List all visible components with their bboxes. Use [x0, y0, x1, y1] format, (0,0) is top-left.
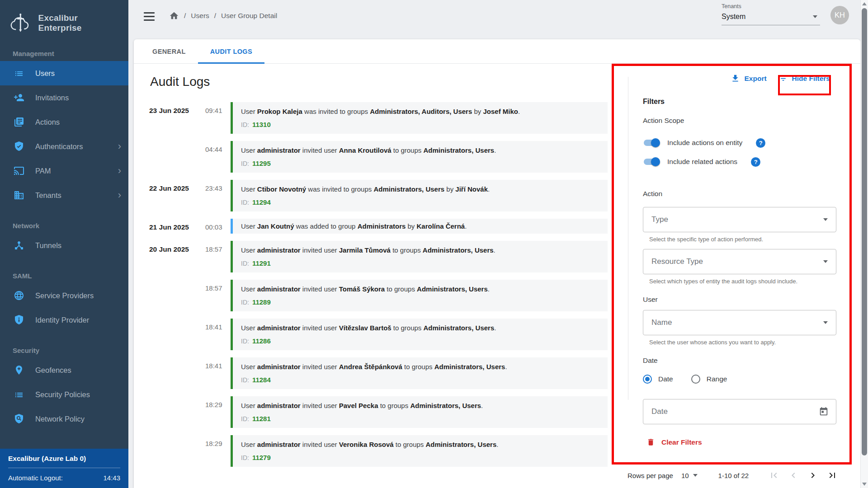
log-time: 09:41 — [205, 102, 231, 134]
chevron-down-icon — [823, 218, 828, 221]
help-icon[interactable]: ? — [756, 138, 765, 148]
clear-filters-button[interactable]: Clear Filters — [643, 438, 836, 446]
log-date — [149, 435, 205, 467]
log-row: 18:41User administrator invited user And… — [149, 357, 608, 389]
sidebar-item-label: Network Policy — [35, 415, 85, 423]
log-time: 18:29 — [205, 435, 231, 467]
log-entry: User administrator invited user Pavel Pe… — [231, 396, 608, 428]
rows-per-page-label: Rows per page — [627, 472, 673, 479]
tab-general[interactable]: GENERAL — [140, 39, 198, 63]
sidebar-item-actions[interactable]: Actions — [0, 110, 128, 134]
action-type-helper: Select the specific type of action perfo… — [643, 236, 836, 243]
tab-audit-logs[interactable]: AUDIT LOGS — [198, 39, 264, 63]
sidebar-item-identity-provider[interactable]: Identity Provider — [0, 308, 128, 332]
log-row: 20 Jun 202518:57User administrator invit… — [149, 241, 608, 272]
sidebar-section-label: Management — [13, 50, 128, 57]
sidebar-item-invitations[interactable]: Invitations — [0, 85, 128, 110]
log-row: 04:44User administrator invited user Ann… — [149, 141, 608, 173]
sidebar-item-geofences[interactable]: Geofences — [0, 358, 128, 382]
log-message: User administrator invited user Pavel Pe… — [241, 402, 599, 409]
log-time: 18:29 — [205, 396, 231, 428]
calendar-icon[interactable] — [819, 407, 829, 417]
tenant-select[interactable]: Tenants System — [722, 3, 820, 25]
pagination: Rows per page 10 1-10 of 22 — [627, 470, 838, 481]
home-icon[interactable] — [169, 11, 179, 21]
rows-per-page-select[interactable]: 10 — [681, 472, 698, 479]
chevron-down-icon — [823, 321, 828, 324]
log-row: 18:41User administrator invited user Vít… — [149, 319, 608, 350]
shield-info-icon — [14, 314, 24, 325]
log-time: 18:41 — [205, 357, 231, 389]
log-time: 18:57 — [205, 241, 231, 272]
radio-date[interactable] — [643, 375, 652, 384]
cast-icon — [14, 165, 24, 176]
breadcrumb-current: User Group Detail — [221, 12, 277, 20]
audit-log-list: 23 Jun 202509:41User Prokop Kaleja was i… — [149, 102, 608, 474]
sidebar-item-pam[interactable]: PAM› — [0, 159, 128, 183]
log-message: User administrator invited user Jarmila … — [241, 246, 599, 254]
menu-icon[interactable] — [144, 12, 155, 21]
date-input[interactable]: Date — [643, 399, 836, 424]
log-id: ID:11291 — [241, 259, 599, 267]
log-time: 18:57 — [205, 280, 231, 311]
download-icon — [731, 74, 740, 83]
auto-logout-label: Automatic Logout: — [8, 474, 63, 482]
log-entry: User Prokop Kaleja was invited to groups… — [231, 102, 608, 134]
breadcrumb: / Users / User Group Detail — [169, 11, 277, 21]
sidebar-item-tenants[interactable]: Tenants› — [0, 183, 128, 207]
pin-plus-icon — [14, 365, 24, 375]
sidebar-item-users[interactable]: Users — [0, 61, 128, 85]
action-label: Action — [643, 190, 836, 198]
scroll-down-icon[interactable] — [862, 483, 867, 486]
log-entry: User administrator invited user Vítězsla… — [231, 319, 608, 350]
log-row: 18:29User administrator invited user Pav… — [149, 396, 608, 428]
sidebar-section-label: Network — [13, 222, 128, 230]
tab-bar: GENERAL AUDIT LOGS — [134, 39, 860, 64]
sidebar-item-service-providers[interactable]: Service Providers — [0, 283, 128, 308]
sidebar-item-security-policies[interactable]: Security Policies — [0, 382, 128, 407]
auto-logout-time: 14:43 — [103, 474, 120, 482]
chevron-down-icon — [823, 260, 828, 263]
previous-page-button[interactable] — [788, 470, 799, 481]
sidebar-item-tunnels[interactable]: Tunnels — [0, 233, 128, 258]
trash-icon — [646, 438, 655, 446]
user-name-select[interactable]: Name — [643, 310, 836, 335]
help-icon[interactable]: ? — [751, 157, 760, 167]
scrollbar-thumb[interactable] — [862, 8, 867, 455]
log-message: User Ctibor Novotný was invited to group… — [241, 185, 599, 193]
hide-filters-button[interactable]: Hide Filters — [778, 74, 830, 83]
toggle-include-actions-on-entity[interactable] — [643, 138, 660, 147]
sidebar-footer: Excalibur (Azure Lab 0) Automatic Logout… — [0, 449, 128, 488]
first-page-button[interactable] — [769, 470, 779, 481]
scrollbar[interactable] — [860, 0, 868, 488]
next-page-button[interactable] — [807, 470, 818, 481]
chevron-right-icon: › — [118, 141, 121, 151]
log-date: 20 Jun 2025 — [149, 241, 205, 272]
log-time: 00:03 — [205, 219, 231, 234]
radio-range[interactable] — [691, 375, 700, 384]
filter-icon — [778, 74, 788, 83]
log-date — [149, 280, 205, 311]
resource-type-select[interactable]: Resource Type — [643, 249, 836, 274]
action-type-select[interactable]: Type — [643, 207, 836, 232]
toggle-include-related-actions[interactable] — [643, 157, 660, 166]
log-row: 21 Jun 202500:03User Jan Koutný was adde… — [149, 219, 608, 234]
log-message: User administrator invited user Anna Kro… — [241, 146, 599, 154]
sidebar-item-authenticators[interactable]: Authenticators› — [0, 134, 128, 159]
export-button[interactable]: Export — [731, 74, 766, 83]
sidebar-section-label: SAML — [13, 272, 128, 280]
log-message: User administrator invited user Veronika… — [241, 441, 599, 448]
chevron-right-icon — [807, 470, 818, 481]
filters-divider — [628, 77, 628, 400]
last-page-button[interactable] — [827, 470, 838, 481]
resource-type-helper: Select which types of entity the audit l… — [643, 278, 836, 285]
sidebar-item-label: Tenants — [35, 191, 61, 200]
first-page-icon — [769, 470, 779, 481]
breadcrumb-users[interactable]: Users — [191, 12, 209, 20]
log-date — [149, 396, 205, 428]
library-icon — [14, 117, 24, 127]
avatar[interactable]: KH — [830, 6, 849, 24]
sidebar-item-network-policy[interactable]: Network Policy — [0, 407, 128, 431]
scroll-up-icon[interactable] — [862, 2, 867, 5]
pagination-range: 1-10 of 22 — [718, 472, 749, 479]
